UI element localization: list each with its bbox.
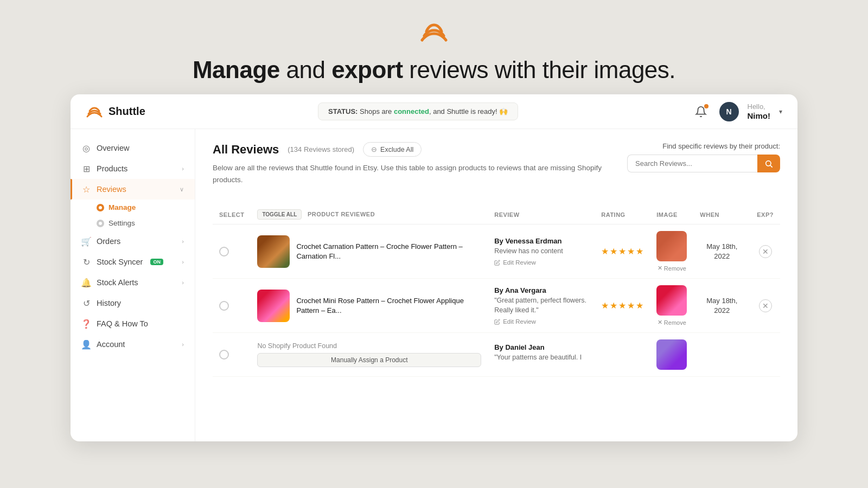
stock-alerts-chevron: › [182, 279, 184, 286]
product-cell-2: Crochet Mini Rose Pattern – Crochet Flow… [251, 279, 488, 333]
image-cell-1: ✕ Remove [650, 224, 693, 279]
search-input[interactable] [627, 155, 757, 172]
manage-dot [97, 204, 104, 211]
assign-product-button[interactable]: Manually Assign a Product [257, 353, 481, 367]
table-row: No Shopify Product Found Manually Assign… [213, 333, 780, 377]
content-header: All Reviews (134 Reviews stored) ⊖ Exclu… [213, 142, 780, 196]
th-review: REVIEW [488, 205, 595, 224]
review-count: (134 Reviews stored) [288, 145, 354, 153]
image-cell-2: ✕ Remove [650, 279, 693, 333]
edit-icon-2 [494, 319, 500, 325]
select-radio-3[interactable] [219, 350, 229, 359]
orders-chevron: › [182, 238, 184, 245]
edit-review-button-2[interactable]: Edit Review [494, 318, 536, 325]
sidebar-item-stock-alerts[interactable]: 🔔 Stock Alerts › [71, 272, 195, 293]
product-thumbnail-2 [257, 290, 290, 322]
faq-icon: ❓ [81, 319, 91, 329]
image-cell-3 [650, 333, 693, 377]
sidebar-item-reviews[interactable]: ☆ Reviews ∨ [71, 179, 195, 200]
sub-nav-manage[interactable]: Manage [97, 200, 195, 215]
edit-icon-1 [494, 260, 500, 266]
topbar-right: N Hello, Nimo! ▾ [691, 102, 783, 121]
review-image-2 [656, 285, 687, 316]
rating-cell-2: ★ ★ ★ ★ ★ [595, 279, 650, 333]
select-cell-1 [213, 224, 251, 279]
search-row [627, 155, 780, 172]
topbar: Shuttle STATUS: Shops are connected, and… [71, 94, 797, 129]
account-chevron: › [182, 341, 184, 348]
title-area: All Reviews (134 Reviews stored) ⊖ Exclu… [213, 142, 627, 196]
sidebar-item-account[interactable]: 👤 Account › [71, 334, 195, 355]
user-dropdown-chevron[interactable]: ▾ [779, 108, 782, 115]
sidebar-item-stock-syncer[interactable]: ↻ Stock Syncer ON › [71, 252, 195, 272]
brand: Shuttle [86, 103, 145, 120]
select-cell-2 [213, 279, 251, 333]
exp-cell-1: ✕ [750, 224, 780, 279]
minus-circle-icon: ⊖ [371, 145, 377, 153]
rating-cell-1: ★ ★ ★ ★ ★ [595, 224, 650, 279]
review-cell-2: By Ana Vergara "Great pattern, perfect f… [488, 279, 595, 333]
select-radio-2[interactable] [219, 301, 229, 311]
product-name-1: Crochet Carnation Pattern – Croche Flowe… [296, 242, 481, 261]
settings-dot [97, 220, 104, 227]
edit-review-button-1[interactable]: Edit Review [494, 259, 536, 266]
stock-alerts-icon: 🔔 [81, 278, 91, 287]
product-cell-3: No Shopify Product Found Manually Assign… [251, 333, 488, 377]
notifications-button[interactable] [691, 102, 711, 121]
reviews-table: SELECT TOGGLE ALL PRODUCT REVIEWED REVIE… [213, 205, 780, 377]
search-button[interactable] [757, 155, 780, 172]
reviewer-name-1: By Venessa Erdman [494, 237, 588, 245]
product-name-2: Crochet Mini Rose Pattern – Crochet Flow… [296, 296, 481, 316]
sidebar-item-history[interactable]: ↺ History [71, 293, 195, 313]
rating-cell-3 [595, 333, 650, 377]
search-area: Find specific reviews by their product: [627, 142, 780, 172]
exp-cell-3 [750, 333, 780, 377]
th-rating: RATING [595, 205, 650, 224]
hero-logo-icon [418, 15, 450, 48]
brand-icon [86, 103, 103, 120]
stars-2: ★ ★ ★ ★ ★ [601, 300, 643, 311]
orders-icon: 🛒 [81, 236, 91, 246]
remove-image-button-2[interactable]: ✕ Remove [658, 319, 686, 326]
products-chevron: › [182, 165, 184, 172]
hero-section: Manage and export reviews with their ima… [193, 0, 675, 94]
table-header-row: SELECT TOGGLE ALL PRODUCT REVIEWED REVIE… [213, 205, 780, 224]
exp-cell-2: ✕ [750, 279, 780, 333]
review-image-3 [656, 339, 687, 370]
sidebar-item-orders[interactable]: 🛒 Orders › [71, 231, 195, 252]
avatar: N [719, 102, 739, 121]
th-exp: EXP? [750, 205, 780, 224]
sub-nav-settings[interactable]: Settings [97, 215, 195, 231]
sidebar-item-faq[interactable]: ❓ FAQ & How To [71, 313, 195, 334]
table-row: Crochet Carnation Pattern – Croche Flowe… [213, 224, 780, 279]
review-text-1: Review has no content [494, 247, 588, 256]
review-text-2: "Great pattern, perfect flowers. Really … [494, 296, 588, 315]
status-badge: STATUS: Shops are connected, and Shuttle… [318, 102, 518, 120]
select-radio-1[interactable] [219, 247, 229, 256]
table-body: Crochet Carnation Pattern – Croche Flowe… [213, 224, 780, 377]
exclude-all-button[interactable]: ⊖ Exclude All [363, 142, 422, 157]
th-product: TOGGLE ALL PRODUCT REVIEWED [251, 205, 488, 224]
reviewer-name-2: By Ana Vergara [494, 286, 588, 294]
hero-headline: Manage and export reviews with their ima… [193, 56, 675, 84]
search-label: Find specific reviews by their product: [662, 142, 780, 150]
review-text-3: "Your patterns are beautiful. I [494, 353, 588, 363]
sidebar: ◎ Overview ⊞ Products › ☆ Reviews ∨ [71, 129, 195, 441]
reviewer-name-3: By Daniel Jean [494, 343, 588, 351]
when-cell-2: May 18th, 2022 [693, 279, 750, 333]
remove-image-button-1[interactable]: ✕ Remove [658, 265, 686, 272]
exp-remove-2[interactable]: ✕ [759, 299, 772, 312]
notification-dot [704, 104, 709, 108]
products-icon: ⊞ [81, 164, 91, 174]
exp-remove-1[interactable]: ✕ [759, 245, 772, 258]
page-title: All Reviews [213, 143, 279, 157]
main-content: All Reviews (134 Reviews stored) ⊖ Exclu… [195, 129, 797, 441]
reviews-icon: ☆ [81, 184, 91, 194]
app-window: Shuttle STATUS: Shops are connected, and… [71, 94, 797, 441]
no-product-label: No Shopify Product Found [257, 342, 481, 350]
review-cell-3: By Daniel Jean "Your patterns are beauti… [488, 333, 595, 377]
sidebar-item-products[interactable]: ⊞ Products › [71, 158, 195, 179]
sidebar-item-overview[interactable]: ◎ Overview [71, 138, 195, 158]
toggle-all-button[interactable]: TOGGLE ALL [257, 209, 302, 220]
user-info: Hello, Nimo! [748, 102, 771, 121]
